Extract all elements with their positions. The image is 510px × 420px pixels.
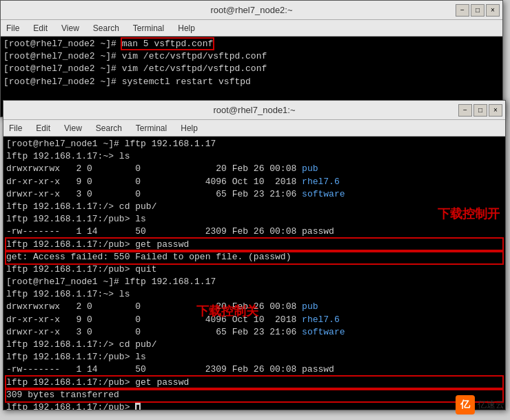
close-button-node1[interactable]: × — [489, 104, 502, 117]
menu-help-node2[interactable]: Help — [175, 22, 198, 34]
titlebar-node2: root@rhel7_node2:~ − □ × — [1, 1, 502, 20]
terminal-line: lftp 192.168.1.17:/pub> ls — [6, 351, 502, 363]
terminal-line: [root@rhel7_node2 ~]# vim /etc/vsftpd/vs… — [3, 50, 500, 63]
menu-file-node2[interactable]: File — [3, 22, 22, 34]
window-title-node1: root@rhel7_node1:~ — [213, 105, 295, 115]
menu-search-node2[interactable]: Search — [90, 22, 122, 34]
menu-search-node1[interactable]: Search — [93, 122, 125, 134]
watermark: 亿 亿速云 — [456, 395, 504, 414]
terminal-line: -rw------- 1 14 50 2309 Feb 26 00:08 pas… — [6, 363, 502, 376]
terminal-content-node1: [root@rhel7_node1 ~]# lftp 192.168.1.17 … — [3, 137, 505, 410]
terminal-line: lftp 192.168.1.17:/pub> quit — [6, 263, 502, 276]
menubar-node2: File Edit View Search Terminal Help — [1, 20, 502, 37]
close-button-node2[interactable]: × — [486, 4, 500, 17]
menu-view-node2[interactable]: View — [59, 22, 82, 34]
window-title-node2: root@rhel7_node2:~ — [210, 5, 292, 15]
menu-terminal-node1[interactable]: Terminal — [133, 122, 170, 134]
titlebar-node1: root@rhel7_node1:~ − □ × — [3, 101, 505, 120]
terminal-line: [root@rhel7_node2 ~]# man 5 vsftpd.conf — [3, 38, 500, 50]
watermark-icon: 亿 — [456, 395, 475, 414]
menu-edit-node2[interactable]: Edit — [30, 22, 50, 34]
window-controls-node1: − □ × — [458, 104, 502, 117]
terminal-line-bytes: 309 bytes transferred — [6, 389, 502, 401]
terminal-line: dr-xr-xr-x 9 0 0 4096 Oct 10 2018 rhel7.… — [6, 176, 502, 188]
terminal-line-get-passwd2: lftp 192.168.1.17:/pub> get passwd — [6, 377, 502, 389]
terminal-line: [root@rhel7_node2 ~]# vim /etc/vsftpd/vs… — [3, 63, 500, 75]
menu-terminal-node2[interactable]: Terminal — [130, 22, 167, 34]
watermark-icon-text: 亿 — [460, 399, 470, 411]
window-controls-node2: − □ × — [456, 4, 500, 17]
minimize-button-node2[interactable]: − — [456, 4, 469, 17]
terminal-line: lftp 192.168.1.17:/pub> ls — [6, 213, 502, 226]
maximize-button-node1[interactable]: □ — [473, 104, 487, 117]
terminal-line: drwxrwxrwx 2 0 0 20 Feb 26 00:08 pub — [6, 163, 502, 175]
terminal-line-access-failed: get: Access failed: 550 Failed to open f… — [6, 251, 502, 263]
menu-view-node1[interactable]: View — [61, 122, 85, 134]
terminal-line: -rw------- 1 14 50 2309 Feb 26 00:08 pas… — [6, 226, 502, 238]
menu-file-node1[interactable]: File — [6, 122, 25, 134]
maximize-button-node2[interactable]: □ — [471, 4, 484, 17]
terminal-line: lftp 192.168.1.17:/> cd pub/ — [6, 201, 502, 213]
terminal-line: lftp 192.168.1.17:/> cd pub/ — [6, 339, 502, 351]
terminal-line: lftp 192.168.1.17:~> ls — [6, 150, 502, 163]
terminal-line: lftp 192.168.1.17:~> ls — [6, 288, 502, 301]
watermark-text: 亿速云 — [478, 399, 504, 411]
terminal-line-prompt: lftp 192.168.1.17:/pub> ▮ — [6, 401, 502, 410]
terminal-line: drwxr-xr-x 3 0 0 65 Feb 23 21:06 softwar… — [6, 326, 502, 339]
terminal-line: drwxrwxrwx 2 0 0 20 Feb 26 00:08 pub — [6, 301, 502, 313]
terminal-line: [root@rhel7_node1 ~]# lftp 192.168.1.17 — [6, 276, 502, 288]
terminal-line: dr-xr-xr-x 9 0 0 4096 Oct 10 2018 rhel7.… — [6, 314, 502, 326]
terminal-line-get-passwd1: lftp 192.168.1.17:/pub> get passwd — [6, 239, 502, 251]
menubar-node1: File Edit View Search Terminal Help — [3, 120, 505, 137]
terminal-window-node1[interactable]: root@rhel7_node1:~ − □ × File Edit View … — [3, 100, 506, 410]
menu-help-node1[interactable]: Help — [178, 122, 201, 134]
menu-edit-node1[interactable]: Edit — [33, 122, 53, 134]
terminal-line: [root@rhel7_node2 ~]# systemctl restart … — [3, 76, 500, 88]
terminal-line: [root@rhel7_node1 ~]# lftp 192.168.1.17 — [6, 138, 502, 150]
terminal-line: drwxr-xr-x 3 0 0 65 Feb 23 21:06 softwar… — [6, 188, 502, 201]
minimize-button-node1[interactable]: − — [458, 104, 472, 117]
